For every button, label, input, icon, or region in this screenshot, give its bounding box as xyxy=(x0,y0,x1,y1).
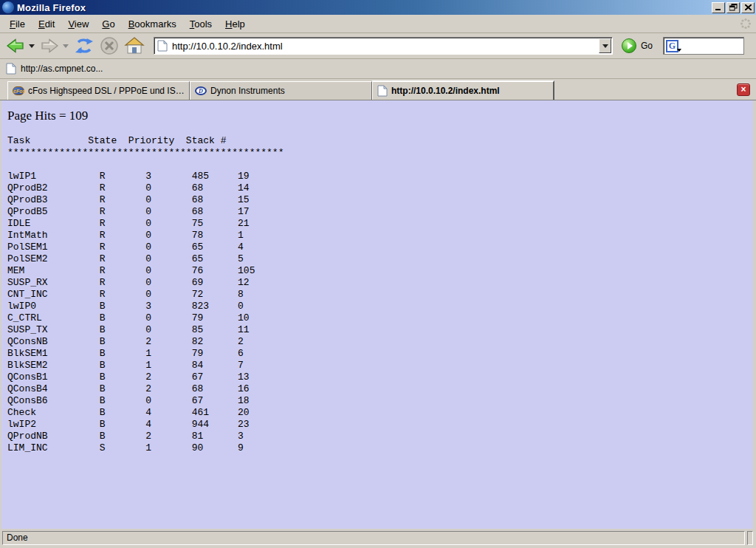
throbber-icon xyxy=(740,18,752,32)
menu-help[interactable]: Help xyxy=(219,16,252,32)
stop-icon xyxy=(99,36,120,55)
tab-label: http://10.0.10.2/index.html xyxy=(391,86,500,96)
navigation-toolbar: http://10.0.10.2/index.html Go G xyxy=(0,33,756,59)
page-content: Page Hits = 109 Task State Priority Stac… xyxy=(0,100,756,529)
page-icon xyxy=(6,63,16,75)
google-g-icon[interactable]: G xyxy=(666,40,678,52)
url-bar[interactable]: http://10.0.10.2/index.html xyxy=(154,37,613,55)
menu-bar: File Edit View Go Bookmarks Tools Help xyxy=(0,15,756,33)
chevron-down-icon xyxy=(602,44,608,48)
menu-edit[interactable]: Edit xyxy=(32,16,61,32)
restore-button[interactable] xyxy=(726,2,740,13)
menu-go[interactable]: Go xyxy=(95,16,121,32)
back-dropdown[interactable] xyxy=(29,44,35,48)
task-table: Task State Priority Stack # ************… xyxy=(7,135,753,454)
status-bar: Done xyxy=(0,529,756,548)
tab-label: Dynon Instruments xyxy=(210,86,285,96)
tab-dynon[interactable]: D Dynon Instruments xyxy=(190,81,372,100)
url-input[interactable]: http://10.0.10.2/index.html xyxy=(168,41,599,52)
tab-label: cFos Highspeed DSL / PPPoE und ISDN CAP.… xyxy=(28,86,185,96)
window-title: Mozilla Firefox xyxy=(17,2,712,13)
page-hits-text: Page Hits = 109 xyxy=(7,109,753,123)
tab-bar: cFos cFos Highspeed DSL / PPPoE und ISDN… xyxy=(0,79,756,100)
bookmarks-toolbar: http://as.cmpnet.co... xyxy=(0,59,756,79)
back-button[interactable] xyxy=(4,35,27,57)
menu-bookmarks[interactable]: Bookmarks xyxy=(122,16,183,32)
forward-button[interactable] xyxy=(38,35,61,57)
stop-button[interactable] xyxy=(97,35,121,57)
reload-icon xyxy=(74,36,94,55)
close-button[interactable] xyxy=(741,2,755,13)
home-icon xyxy=(124,36,145,55)
menu-tools[interactable]: Tools xyxy=(183,16,219,32)
forward-icon xyxy=(40,37,59,55)
close-tab-button[interactable]: × xyxy=(737,83,750,96)
page-icon xyxy=(377,85,388,97)
reload-button[interactable] xyxy=(72,35,96,57)
home-button[interactable] xyxy=(123,35,146,57)
svg-text:D: D xyxy=(198,88,203,95)
tab-cfos[interactable]: cFos cFos Highspeed DSL / PPPoE und ISDN… xyxy=(7,81,190,100)
bookmark-item[interactable]: http://as.cmpnet.co... xyxy=(21,64,103,74)
go-label[interactable]: Go xyxy=(641,41,653,51)
restore-icon xyxy=(729,4,738,11)
forward-dropdown[interactable] xyxy=(63,44,69,48)
minimize-button[interactable] xyxy=(712,2,725,13)
go-button[interactable] xyxy=(622,38,636,53)
url-dropdown-button[interactable] xyxy=(599,38,611,53)
browser-window: Mozilla Firefox File Edit xyxy=(0,0,756,548)
menu-file[interactable]: File xyxy=(3,16,32,32)
tab-active-index[interactable]: http://10.0.10.2/index.html xyxy=(372,81,554,100)
page-icon xyxy=(157,40,168,52)
menu-view[interactable]: View xyxy=(61,16,95,32)
resize-grip[interactable] xyxy=(747,531,753,545)
back-icon xyxy=(6,37,25,55)
close-icon xyxy=(745,4,752,10)
cfos-icon: cFos xyxy=(13,86,24,95)
status-text: Done xyxy=(2,531,745,545)
title-bar: Mozilla Firefox xyxy=(0,0,756,15)
firefox-logo-icon xyxy=(2,1,14,13)
minimize-icon xyxy=(715,4,722,11)
dynon-icon: D xyxy=(195,86,207,95)
search-input[interactable]: G xyxy=(663,37,744,55)
